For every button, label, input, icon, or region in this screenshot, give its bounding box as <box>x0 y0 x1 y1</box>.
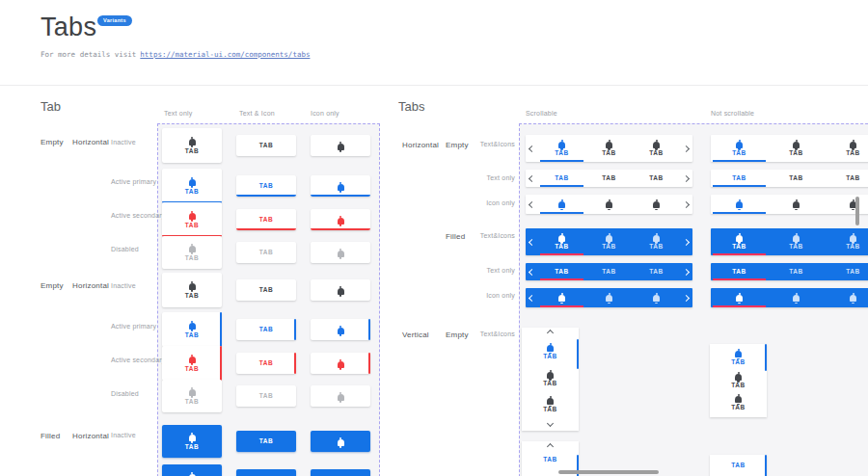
chevron-left-button[interactable] <box>526 288 538 307</box>
tab[interactable]: TAB <box>585 263 633 280</box>
tab-active[interactable]: TAB <box>711 263 768 280</box>
tab-active[interactable]: TAB <box>522 452 579 468</box>
chevron-right-button[interactable] <box>680 288 692 307</box>
tab[interactable]: TAB <box>768 263 825 280</box>
tab[interactable]: TAB <box>522 365 579 392</box>
orientation-label: Horizontal <box>72 138 109 146</box>
tab-sample[interactable] <box>311 353 370 374</box>
tab-sample[interactable]: TAB <box>162 128 222 163</box>
tab-strip: TAB TAB TAB <box>711 170 868 187</box>
tab-strip-scrollable: TAB TAB TAB <box>526 170 692 187</box>
tab-sample[interactable]: TAB <box>162 169 222 203</box>
tab[interactable] <box>633 195 680 214</box>
tab-sample[interactable]: TAB <box>162 464 222 476</box>
docs-link[interactable]: https://material-ui.com/components/tabs <box>140 50 310 59</box>
tab-active[interactable]: TAB <box>711 170 768 187</box>
tab[interactable]: TAB <box>633 263 680 280</box>
tab-active[interactable]: TAB <box>710 346 767 369</box>
header-divider <box>0 85 868 86</box>
tab-list: TAB TAB TAB <box>711 228 868 255</box>
tab[interactable]: TAB <box>768 170 825 187</box>
tab-sample[interactable] <box>311 279 370 301</box>
tab-sample[interactable]: TAB <box>162 312 222 347</box>
tab[interactable] <box>768 195 825 214</box>
tab-active[interactable]: TAB <box>711 228 768 255</box>
tab[interactable]: TAB <box>825 263 868 280</box>
tab[interactable] <box>825 195 868 214</box>
tab-sample[interactable] <box>311 135 370 156</box>
tab[interactable]: TAB <box>825 228 868 255</box>
tab-sample[interactable] <box>311 242 370 263</box>
tab-active[interactable]: TAB <box>522 338 579 365</box>
chevron-right-button[interactable] <box>680 228 692 255</box>
tab-sample[interactable]: TAB <box>236 431 296 452</box>
chevron-down-button[interactable] <box>522 418 579 429</box>
tab[interactable] <box>633 288 680 307</box>
variant-label: Text&Icons <box>451 331 515 337</box>
tab-sample[interactable] <box>311 431 370 452</box>
tab-sample[interactable]: TAB <box>162 380 222 412</box>
tab[interactable]: TAB <box>825 170 868 187</box>
tab-sample[interactable]: TAB <box>162 273 222 307</box>
tab-active[interactable]: TAB <box>711 135 768 162</box>
tab-active[interactable]: TAB <box>538 228 585 255</box>
tab-active[interactable]: TAB <box>710 455 767 473</box>
tab-sample[interactable]: TAB <box>236 242 296 263</box>
chevron-left-button[interactable] <box>526 170 538 187</box>
tab-sample[interactable]: TAB <box>236 209 296 230</box>
tab-active[interactable] <box>711 195 768 214</box>
tab[interactable]: TAB <box>585 228 633 255</box>
tab[interactable]: TAB <box>585 135 633 162</box>
tab-sample[interactable]: TAB <box>236 279 296 301</box>
tab-active[interactable]: TAB <box>538 170 585 187</box>
tab-active[interactable]: TAB <box>538 135 585 162</box>
tab[interactable]: TAB <box>522 391 579 418</box>
tab[interactable]: TAB <box>825 135 868 162</box>
tab[interactable] <box>585 288 633 307</box>
tab-sample[interactable]: TAB <box>236 353 296 374</box>
tab-sample[interactable]: TAB <box>162 346 222 381</box>
tab[interactable]: TAB <box>710 391 767 414</box>
tab-active[interactable] <box>538 195 585 214</box>
tab-sample[interactable] <box>311 469 370 476</box>
tab-sample[interactable] <box>311 319 370 340</box>
tab-sample[interactable]: TAB <box>236 135 296 156</box>
horizontal-scrollbar[interactable] <box>558 470 659 474</box>
tab[interactable]: TAB <box>585 170 633 187</box>
tab-active[interactable] <box>711 288 768 307</box>
tab-sample[interactable]: TAB <box>236 385 296 407</box>
chevron-up-button[interactable] <box>522 328 579 338</box>
chevron-right-button[interactable] <box>680 195 692 214</box>
chevron-left-button[interactable] <box>526 263 538 280</box>
vertical-scrollbar[interactable] <box>855 197 859 225</box>
tab[interactable]: TAB <box>768 228 825 255</box>
chevron-left-button[interactable] <box>526 195 538 214</box>
tab-active[interactable] <box>538 288 585 307</box>
column-header: Scrollable <box>526 110 557 117</box>
tab-sample[interactable]: TAB <box>162 425 222 458</box>
tab[interactable] <box>825 288 868 307</box>
chevron-right-button[interactable] <box>680 135 692 162</box>
tab[interactable] <box>768 288 825 307</box>
chevron-right-button[interactable] <box>680 170 692 187</box>
tab[interactable] <box>585 195 633 214</box>
tab[interactable]: TAB <box>633 135 680 162</box>
tab-active[interactable]: TAB <box>538 263 585 280</box>
chevron-left-button[interactable] <box>526 228 538 255</box>
tab-sample[interactable]: TAB <box>162 202 222 237</box>
tab-sample[interactable]: TAB <box>236 319 296 340</box>
active-indicator <box>236 195 296 197</box>
tab-sample[interactable] <box>311 385 370 407</box>
chevron-up-button[interactable] <box>522 441 579 452</box>
tab[interactable]: TAB <box>633 170 680 187</box>
tab-sample[interactable]: TAB <box>236 469 296 476</box>
tab[interactable]: TAB <box>710 369 767 392</box>
tab-sample[interactable] <box>311 209 370 230</box>
chevron-left-button[interactable] <box>526 135 538 162</box>
tab-sample[interactable]: TAB <box>162 236 222 269</box>
tab-sample[interactable]: TAB <box>236 175 296 197</box>
tab[interactable]: TAB <box>768 135 825 162</box>
tab-sample[interactable] <box>311 175 370 197</box>
tab[interactable]: TAB <box>633 228 680 255</box>
chevron-right-button[interactable] <box>680 263 692 280</box>
